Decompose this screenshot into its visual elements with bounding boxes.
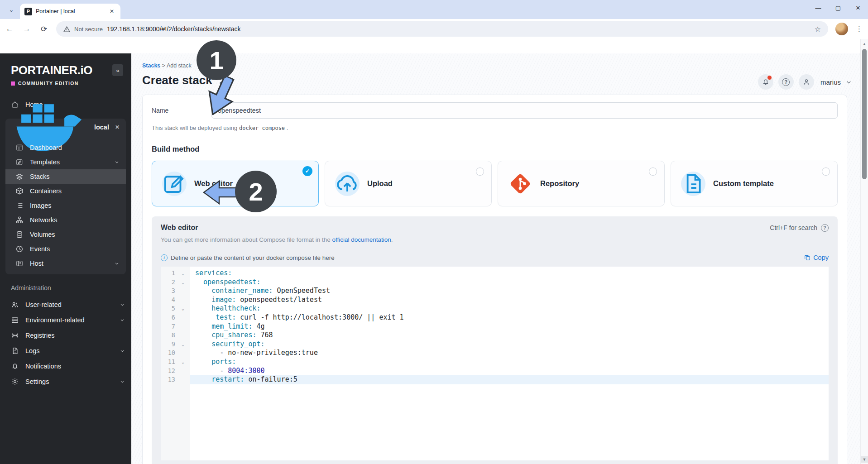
environment-close-icon[interactable]: ✕ xyxy=(115,124,120,130)
sidebar-item-images[interactable]: Images xyxy=(5,198,126,213)
user-avatar-button[interactable] xyxy=(799,74,814,90)
code-line-11[interactable]: 11⌄ ports: xyxy=(161,358,829,367)
chevron-down-icon[interactable] xyxy=(120,301,125,309)
code-text: test: curl -f http://localhost:3000/ || … xyxy=(190,313,829,322)
code-line-5[interactable]: 5⌄ healthcheck: xyxy=(161,304,829,313)
bookmark-star-icon[interactable]: ☆ xyxy=(815,25,821,33)
sidebar-item-environment-related[interactable]: Environment-related xyxy=(0,312,131,328)
host-icon xyxy=(15,259,24,268)
window-maximize-button[interactable]: ▢ xyxy=(828,0,848,15)
chevron-down-icon[interactable] xyxy=(120,316,125,324)
line-number: 13 xyxy=(161,375,176,384)
reload-button[interactable]: ⟳ xyxy=(39,24,49,34)
url-text[interactable]: 192.168.1.18:9000/#!/2/docker/stacks/new… xyxy=(107,25,810,33)
fold-chevron-icon[interactable]: ⌄ xyxy=(176,304,190,313)
sidebar-item-label: Environment-related xyxy=(25,316,85,324)
environment-section: local ✕ DashboardTemplatesStacksContaine… xyxy=(5,119,126,274)
scrollbar-thumb[interactable] xyxy=(862,49,867,179)
build-method-custom-template[interactable]: Custom template xyxy=(671,161,838,206)
browser-profile-avatar[interactable] xyxy=(835,23,848,35)
chevron-down-icon[interactable] xyxy=(114,158,120,166)
scrollbar-up-icon[interactable]: ▲ xyxy=(861,42,868,46)
code-line-6[interactable]: 6 test: curl -f http://localhost:3000/ |… xyxy=(161,313,829,322)
compose-code-editor[interactable]: 1⌄services:2⌄ openspeedtest:3 container_… xyxy=(161,267,829,460)
environments-icon xyxy=(11,316,19,324)
code-line-10[interactable]: 10 - no-new-privileges:true xyxy=(161,349,829,358)
fold-chevron-icon[interactable]: ⌄ xyxy=(176,269,190,278)
code-line-9[interactable]: 9⌄ security_opt: xyxy=(161,340,829,349)
user-menu-chevron-icon[interactable] xyxy=(846,79,852,85)
sidebar-item-host[interactable]: Host xyxy=(5,256,126,271)
fold-chevron-icon[interactable]: ⌄ xyxy=(176,358,190,367)
code-text: ports: xyxy=(190,358,829,367)
code-line-3[interactable]: 3 container_name: OpenSpeedTest xyxy=(161,287,829,296)
not-secure-warning-icon xyxy=(63,26,70,32)
chevron-down-icon[interactable] xyxy=(120,378,125,386)
code-line-1[interactable]: 1⌄services: xyxy=(161,269,829,278)
scrollbar-down-icon[interactable]: ▼ xyxy=(861,456,868,463)
tab-close-icon[interactable]: ✕ xyxy=(108,7,116,15)
window-close-button[interactable]: ✕ xyxy=(848,0,868,15)
sidebar-item-label: Volumes xyxy=(30,231,55,238)
forward-button[interactable]: → xyxy=(22,24,32,33)
sidebar: PORTAINER.iO COMMUNITY EDITION « Home lo… xyxy=(0,53,131,464)
tab-search-chevron-icon[interactable]: ⌄ xyxy=(5,5,17,14)
sidebar-item-stacks[interactable]: Stacks xyxy=(5,169,126,184)
sidebar-item-user-related[interactable]: User-related xyxy=(0,297,131,312)
sidebar-item-label: Notifications xyxy=(25,363,61,370)
sidebar-item-environment-local[interactable]: local ✕ xyxy=(5,119,126,136)
code-line-8[interactable]: 8 cpu_shares: 768 xyxy=(161,331,829,340)
code-line-7[interactable]: 7 mem_limit: 4g xyxy=(161,322,829,331)
search-help-icon[interactable]: ? xyxy=(821,224,829,232)
code-line-2[interactable]: 2⌄ openspeedtest: xyxy=(161,278,829,287)
info-icon: i xyxy=(161,254,168,261)
fold-chevron-icon[interactable]: ⌄ xyxy=(176,340,190,349)
sidebar-item-networks[interactable]: Networks xyxy=(5,213,126,227)
code-line-12[interactable]: 12 - 8004:3000 xyxy=(161,367,829,376)
help-button[interactable]: ? xyxy=(778,74,794,90)
sidebar-item-label: Images xyxy=(30,202,52,209)
radio-unselected-icon[interactable] xyxy=(822,167,830,176)
sidebar-item-notifications[interactable]: Notifications xyxy=(0,359,131,374)
sidebar-item-logs[interactable]: Logs xyxy=(0,343,131,359)
browser-menu-icon[interactable]: ⋮ xyxy=(855,25,863,33)
radio-unselected-icon[interactable] xyxy=(476,167,484,176)
code-text: healthcheck: xyxy=(190,304,829,313)
page-scrollbar[interactable]: ▲ ▼ xyxy=(860,39,868,464)
registries-icon xyxy=(11,331,19,340)
line-number: 9 xyxy=(161,340,176,349)
address-bar[interactable]: Not secure 192.168.1.18:9000/#!/2/docker… xyxy=(56,21,828,37)
code-text: - no-new-privileges:true xyxy=(190,349,829,358)
sidebar-collapse-button[interactable]: « xyxy=(112,64,123,76)
window-minimize-button[interactable]: — xyxy=(808,0,828,15)
browser-tabstrip: ⌄ P Portainer | local ✕ — ▢ ✕ xyxy=(0,0,868,19)
sidebar-item-registries[interactable]: Registries xyxy=(0,328,131,343)
fold-spacer xyxy=(176,287,190,296)
stack-name-input[interactable] xyxy=(211,102,838,119)
code-text: container_name: OpenSpeedTest xyxy=(190,287,829,296)
fold-chevron-icon[interactable]: ⌄ xyxy=(176,278,190,287)
user-name[interactable]: marius xyxy=(820,78,841,86)
notifications-bell-button[interactable] xyxy=(758,74,773,90)
sidebar-item-containers[interactable]: Containers xyxy=(5,184,126,198)
copy-button[interactable]: Copy xyxy=(804,254,829,261)
radio-unselected-icon[interactable] xyxy=(649,167,657,176)
code-line-4[interactable]: 4 image: openspeedtest/latest xyxy=(161,296,829,305)
sidebar-item-events[interactable]: Events xyxy=(5,242,126,256)
build-method-repository[interactable]: Repository xyxy=(498,161,665,206)
chevron-down-icon[interactable] xyxy=(120,347,125,355)
selected-check-icon: ✓ xyxy=(302,166,312,176)
sidebar-item-settings[interactable]: Settings xyxy=(0,374,131,389)
breadcrumb-stacks-link[interactable]: Stacks xyxy=(142,62,160,69)
browser-tab[interactable]: P Portainer | local ✕ xyxy=(20,4,120,19)
upload-icon xyxy=(335,172,360,196)
official-documentation-link[interactable]: official documentation xyxy=(332,236,391,243)
line-number: 2 xyxy=(161,278,176,287)
chevron-down-icon[interactable] xyxy=(114,259,120,268)
build-method-upload[interactable]: Upload xyxy=(325,161,492,206)
code-line-13[interactable]: 13 restart: on-failure:5 xyxy=(161,375,829,384)
sidebar-item-volumes[interactable]: Volumes xyxy=(5,227,126,242)
back-button[interactable]: ← xyxy=(5,24,14,33)
fold-spacer xyxy=(176,375,190,384)
not-secure-label[interactable]: Not secure xyxy=(74,26,103,33)
